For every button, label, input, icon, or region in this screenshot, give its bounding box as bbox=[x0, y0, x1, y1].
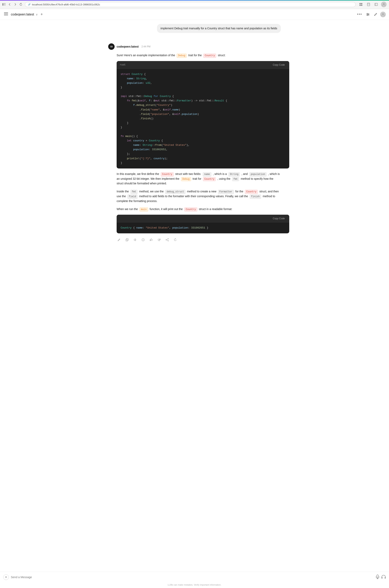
svg-point-20 bbox=[367, 15, 368, 16]
headphone-btn[interactable] bbox=[381, 575, 386, 580]
svg-line-32 bbox=[167, 239, 168, 240]
mic-btn[interactable] bbox=[376, 575, 379, 580]
hamburger-btn[interactable] bbox=[3, 11, 9, 17]
exp1-badge-3: String bbox=[228, 172, 240, 176]
thumbsdown-btn[interactable] bbox=[157, 237, 162, 242]
svg-rect-0 bbox=[2, 3, 3, 6]
copy-code-btn-2[interactable]: Copy Code bbox=[272, 217, 286, 220]
exp1-text-b: struct with two fields: bbox=[175, 172, 201, 175]
svg-rect-8 bbox=[367, 3, 370, 6]
more-options-btn[interactable]: ••• bbox=[356, 11, 363, 18]
exp1-badge-6: Country bbox=[203, 177, 216, 181]
share-btn[interactable] bbox=[165, 237, 170, 242]
exp2-badge-1: fmt bbox=[130, 190, 138, 194]
model-name: codeqwen:latest bbox=[11, 13, 34, 16]
svg-rect-23 bbox=[126, 239, 128, 241]
exp1-badge-1: Country bbox=[161, 172, 174, 176]
debug-badge-1: Debug bbox=[177, 54, 187, 58]
copy-message-btn[interactable] bbox=[125, 237, 130, 242]
svg-rect-1 bbox=[4, 3, 6, 4]
code-content-2: Country { name: "United States", populat… bbox=[117, 222, 289, 233]
svg-rect-37 bbox=[382, 577, 382, 578]
footer: LLMs can make mistakes. Verify important… bbox=[0, 582, 389, 588]
svg-rect-5 bbox=[361, 3, 362, 4]
main-content: implement Debug trait manually for a Cou… bbox=[0, 20, 389, 572]
exp1-badge-7: fmt bbox=[232, 177, 239, 181]
refresh-btn[interactable] bbox=[19, 3, 23, 6]
speaker-btn[interactable] bbox=[133, 237, 137, 242]
code-block-2-header: Copy Code bbox=[117, 215, 289, 222]
exp2-badge-6: finish bbox=[250, 195, 261, 199]
svg-rect-27 bbox=[150, 240, 151, 241]
svg-rect-4 bbox=[359, 3, 361, 4]
chevron-down-icon: ∨ bbox=[36, 13, 38, 16]
user-avatar[interactable] bbox=[381, 1, 387, 7]
explanation-2: Inside the fmt method, we use the debug_… bbox=[108, 189, 281, 204]
svg-rect-38 bbox=[385, 577, 386, 578]
exp3-text-c: struct in a readable format: bbox=[199, 208, 232, 211]
app-user-avatar[interactable] bbox=[380, 12, 386, 17]
exp3-text-a: When we run the bbox=[117, 208, 138, 211]
svg-rect-34 bbox=[377, 575, 378, 577]
edit-message-btn[interactable] bbox=[117, 237, 121, 242]
app-header: codeqwen:latest ∨ + ••• bbox=[0, 9, 389, 20]
exp1-badge-2: name bbox=[203, 172, 211, 176]
bookmark-btn[interactable] bbox=[366, 1, 371, 7]
explanation-1: In this example, we first define the Cou… bbox=[108, 172, 281, 186]
exp1-text-d: , and bbox=[241, 172, 248, 175]
footer-text: LLMs can make mistakes. Verify important… bbox=[168, 584, 221, 586]
country-badge-1: Country bbox=[203, 54, 216, 58]
model-selector-btn[interactable]: codeqwen:latest ∨ bbox=[11, 13, 38, 16]
exp3-badge-1: main bbox=[139, 208, 148, 212]
exp2-badge-4: Country bbox=[245, 190, 258, 194]
assistant-logo: OI bbox=[108, 43, 115, 50]
intro-text-3: struct: bbox=[218, 54, 226, 57]
user-message: implement Debug trait manually for a Cou… bbox=[157, 24, 281, 33]
header-actions: ••• bbox=[356, 11, 386, 18]
input-right-actions bbox=[376, 575, 386, 580]
svg-point-26 bbox=[143, 239, 143, 240]
extensions-btn[interactable] bbox=[358, 1, 364, 7]
sidebar-toggle-btn[interactable] bbox=[2, 3, 6, 6]
exp2-text-d: for the bbox=[235, 190, 243, 193]
svg-point-19 bbox=[368, 14, 369, 15]
url-text: localhost:5000/c/8ec476c9-afd6-45b0-b113… bbox=[32, 3, 100, 6]
user-message-text: implement Debug trait manually for a Cou… bbox=[161, 27, 277, 30]
exp1-text-c: , which is a bbox=[213, 172, 227, 175]
svg-point-29 bbox=[168, 238, 169, 239]
forward-btn[interactable] bbox=[14, 3, 17, 6]
info-btn[interactable] bbox=[141, 237, 146, 242]
exp1-text-f: trait for bbox=[193, 177, 201, 180]
thumbsup-btn[interactable] bbox=[149, 237, 154, 242]
svg-point-31 bbox=[166, 239, 167, 240]
copy-code-btn-1[interactable]: Copy Code bbox=[272, 63, 286, 67]
svg-rect-3 bbox=[4, 5, 6, 5]
exp2-badge-3: Formatter bbox=[218, 190, 234, 194]
assistant-header: OI codeqwen:latest 2:44 PM bbox=[108, 43, 281, 50]
exp1-text-a: In this example, we first define the bbox=[117, 172, 159, 175]
sidebar-btn[interactable] bbox=[373, 1, 379, 7]
address-bar[interactable]: 🔗 localhost:5000/c/8ec476c9-afd6-45b0-b1… bbox=[25, 2, 356, 7]
back-btn[interactable] bbox=[8, 3, 11, 6]
svg-rect-28 bbox=[160, 239, 160, 240]
new-tab-btn[interactable]: + bbox=[40, 11, 44, 17]
regenerate-btn[interactable] bbox=[173, 237, 178, 242]
settings-btn[interactable] bbox=[365, 11, 371, 17]
gradient-bar bbox=[0, 0, 389, 0]
svg-rect-7 bbox=[361, 5, 362, 6]
message-input[interactable] bbox=[11, 576, 374, 579]
assistant-message: OI codeqwen:latest 2:44 PM Sure! Here's … bbox=[108, 43, 281, 242]
add-attachment-btn[interactable]: + bbox=[3, 574, 9, 580]
chat-wrapper: implement Debug trait manually for a Cou… bbox=[108, 24, 281, 242]
code-block-2: Copy Code Country { name: "United States… bbox=[117, 215, 289, 233]
svg-rect-6 bbox=[359, 5, 361, 6]
svg-point-30 bbox=[168, 240, 169, 241]
edit-btn[interactable] bbox=[373, 11, 379, 17]
lock-icon: 🔗 bbox=[28, 3, 31, 6]
exp1-badge-4: population bbox=[249, 172, 266, 176]
code-block-1-header: rust Copy Code bbox=[117, 61, 289, 69]
svg-point-11 bbox=[383, 3, 385, 5]
code-block-1: rust Copy Code struct Country { name: St… bbox=[117, 61, 289, 169]
exp1-text-g: , using the bbox=[217, 177, 230, 180]
explanation-3: When we run the main function, it will p… bbox=[108, 207, 281, 212]
